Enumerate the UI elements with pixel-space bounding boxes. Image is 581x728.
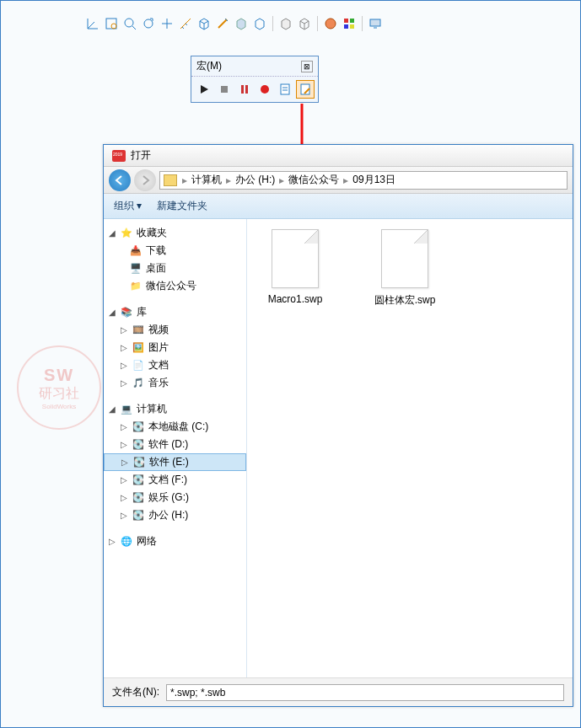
- tree-item[interactable]: ▷🖼️图片: [104, 339, 246, 356]
- sketch-icon[interactable]: [214, 15, 231, 32]
- breadcrumb[interactable]: ▸ 计算机▸ 办公 (H:)▸ 微信公众号▸ 09月13日: [159, 171, 568, 190]
- tree-item[interactable]: ▷💽娱乐 (G:): [104, 489, 246, 506]
- tree-item[interactable]: ▷💽软件 (D:): [104, 436, 246, 453]
- svg-point-2: [125, 19, 133, 27]
- macro-title: 宏(M): [196, 59, 222, 73]
- nav-tree: ◢⭐收藏夹 📥下载 🖥️桌面 📁微信公众号 ◢📚库 ▷🎞️视频 ▷🖼️图片 ▷📄…: [104, 219, 247, 677]
- svg-rect-8: [350, 24, 354, 29]
- pause-icon[interactable]: [235, 80, 254, 99]
- open-dialog: 打开 ▸ 计算机▸ 办公 (H:)▸ 微信公众号▸ 09月13日 组织 ▾ 新建…: [103, 144, 573, 707]
- svg-rect-9: [370, 19, 380, 26]
- tree-library[interactable]: ◢📚库: [104, 303, 246, 321]
- tree-network[interactable]: ▷🌐网络: [104, 533, 246, 550]
- cube3-icon[interactable]: [251, 15, 268, 32]
- cube2-icon[interactable]: [233, 15, 250, 32]
- file-list: Macro1.swp 圆柱体宏.swp: [247, 219, 573, 677]
- filename-label: 文件名(N):: [112, 685, 159, 699]
- svg-rect-11: [241, 85, 244, 94]
- stop-icon[interactable]: [215, 80, 234, 99]
- cube1-icon[interactable]: [196, 15, 212, 32]
- file-icon: [381, 229, 428, 288]
- dialog-title-text: 打开: [131, 148, 151, 163]
- select-icon[interactable]: [103, 15, 120, 32]
- tree-item[interactable]: 🖥️桌面: [104, 260, 246, 277]
- play-icon[interactable]: [195, 80, 213, 99]
- organize-button[interactable]: 组织 ▾: [114, 199, 142, 213]
- tree-item[interactable]: ▷💽本地磁盘 (C:): [104, 418, 246, 436]
- zoom-icon[interactable]: [121, 15, 138, 32]
- rotate-icon[interactable]: [140, 15, 157, 32]
- nav-back-button[interactable]: [109, 169, 131, 191]
- svg-point-3: [144, 19, 153, 28]
- colors-icon[interactable]: [341, 15, 358, 32]
- svg-rect-6: [350, 19, 354, 23]
- svg-rect-10: [221, 86, 228, 93]
- tree-item[interactable]: ▷🎞️视频: [104, 321, 246, 339]
- macro-edit-icon[interactable]: [296, 80, 315, 99]
- pan-icon[interactable]: [159, 15, 175, 32]
- file-icon: [272, 229, 319, 288]
- tree-item-selected[interactable]: ▷💽软件 (E:): [104, 453, 246, 471]
- tree-favorites[interactable]: ◢⭐收藏夹: [104, 224, 246, 242]
- svg-point-1: [111, 24, 116, 29]
- tree-item[interactable]: 📁微信公众号: [104, 277, 246, 295]
- folder-icon: [164, 174, 177, 186]
- tree-computer[interactable]: ◢💻计算机: [104, 400, 246, 418]
- axis-icon[interactable]: [84, 15, 101, 32]
- main-toolbar: [84, 15, 384, 32]
- macro-panel: 宏(M) ⊠: [191, 56, 319, 103]
- svg-rect-14: [281, 84, 289, 94]
- tree-item[interactable]: ▷🎵音乐: [104, 374, 246, 392]
- tree-item[interactable]: ▷📄文档: [104, 356, 246, 374]
- macro-file-icon[interactable]: [276, 80, 294, 99]
- svg-point-4: [325, 19, 336, 29]
- measure-icon[interactable]: [177, 15, 194, 32]
- record-icon[interactable]: [256, 80, 274, 99]
- cube4-icon[interactable]: [277, 15, 294, 32]
- filename-input[interactable]: [166, 684, 564, 701]
- file-item[interactable]: 圆柱体宏.swp: [367, 229, 443, 308]
- newfolder-button[interactable]: 新建文件夹: [157, 199, 207, 213]
- svg-point-13: [261, 85, 269, 94]
- tree-item[interactable]: 📥下载: [104, 242, 246, 260]
- close-icon[interactable]: ⊠: [301, 61, 313, 72]
- nav-forward-button: [134, 169, 156, 191]
- svg-rect-5: [344, 19, 348, 23]
- app-icon: [112, 150, 126, 162]
- sphere-icon[interactable]: [322, 15, 339, 32]
- screen-icon[interactable]: [367, 15, 384, 32]
- svg-rect-7: [344, 24, 348, 29]
- tree-item[interactable]: ▷💽办公 (H:): [104, 506, 246, 524]
- wireframe-icon[interactable]: [296, 15, 313, 32]
- file-item[interactable]: Macro1.swp: [257, 229, 333, 308]
- tree-item[interactable]: ▷💽文档 (F:): [104, 471, 246, 489]
- svg-rect-12: [245, 85, 248, 94]
- dialog-titlebar: 打开: [104, 145, 573, 167]
